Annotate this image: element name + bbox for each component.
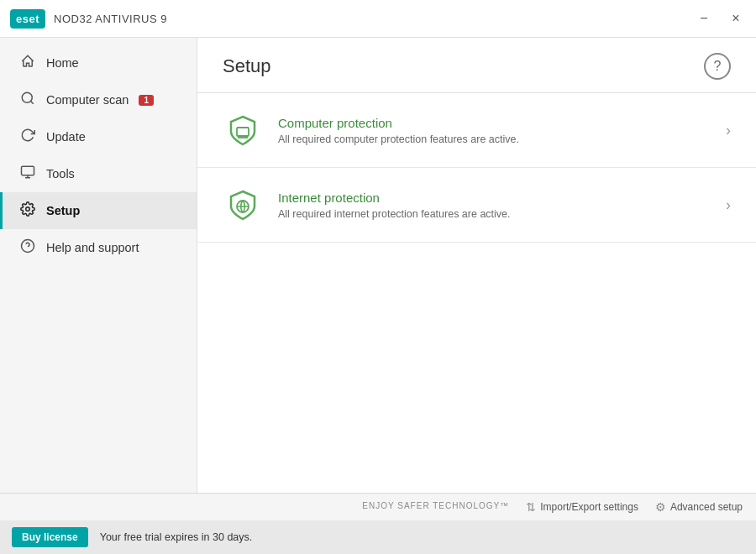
titlebar-controls: − × [694, 8, 746, 29]
advanced-setup-icon: ⚙ [655, 500, 666, 514]
help-icon [19, 238, 36, 257]
app-title: NOD32 ANTIVIRUS 9 [54, 13, 167, 25]
svg-rect-2 [22, 166, 34, 175]
computer-protection-chevron: › [726, 122, 731, 139]
sidebar-item-update-label: Update [46, 130, 86, 144]
app-logo: eset NOD32 ANTIVIRUS 9 [10, 9, 167, 29]
trial-text: Your free trial expires in 30 days. [100, 531, 253, 543]
computer-protection-text: Computer protection All required compute… [278, 116, 717, 145]
eset-logo-text: eset [10, 9, 45, 29]
internet-protection-chevron: › [726, 196, 731, 214]
setup-icon [19, 201, 36, 220]
sidebar-item-setup-label: Setup [46, 204, 80, 217]
internet-protection-shield-icon [226, 188, 260, 222]
internet-protection-title: Internet protection [278, 191, 717, 205]
sidebar-item-tools[interactable]: Tools [0, 155, 197, 192]
footer-top: ENJOY SAFER TECHNOLOGY™ ⇅ Import/Export … [0, 494, 756, 520]
scan-badge: 1 [139, 95, 154, 106]
content-header: Setup ? [197, 38, 756, 93]
minimize-button[interactable]: − [694, 8, 714, 29]
svg-rect-8 [237, 128, 249, 136]
computer-protection-desc: All required computer protection feature… [278, 133, 717, 145]
sidebar-item-setup[interactable]: Setup [0, 192, 197, 229]
help-circle-button[interactable]: ? [704, 53, 731, 80]
advanced-setup-link[interactable]: ⚙ Advanced setup [655, 500, 743, 514]
update-icon [19, 128, 36, 146]
page-title: Setup [223, 55, 704, 77]
sidebar-item-help-and-support[interactable]: Help and support [0, 229, 197, 266]
sidebar-item-tools-label: Tools [46, 167, 75, 180]
internet-protection-icon-wrap [223, 185, 263, 225]
scan-icon [19, 91, 36, 109]
footer-bottom: Buy license Your free trial expires in 3… [0, 520, 756, 554]
advanced-setup-label: Advanced setup [670, 501, 743, 513]
svg-point-0 [22, 92, 32, 102]
computer-protection-item[interactable]: Computer protection All required compute… [197, 93, 756, 168]
content-area: Setup ? Computer protection All re [197, 38, 756, 493]
home-icon [19, 54, 36, 72]
footer: ENJOY SAFER TECHNOLOGY™ ⇅ Import/Export … [0, 493, 756, 554]
sidebar-item-computer-scan[interactable]: Computer scan 1 [0, 81, 197, 118]
internet-protection-item[interactable]: Internet protection All required interne… [197, 168, 756, 243]
close-button[interactable]: × [726, 8, 746, 29]
sidebar-item-update[interactable]: Update [0, 118, 197, 155]
main-layout: Home Computer scan 1 Update Tools [0, 38, 756, 493]
tools-icon [19, 165, 36, 183]
sidebar-item-home-label: Home [46, 56, 79, 70]
import-export-icon: ⇅ [526, 500, 536, 514]
import-export-link[interactable]: ⇅ Import/Export settings [526, 500, 638, 514]
footer-brand: ENJOY SAFER TECHNOLOGY™ [349, 501, 509, 514]
content-body: Computer protection All required compute… [197, 93, 756, 493]
svg-line-1 [30, 101, 33, 103]
titlebar: eset NOD32 ANTIVIRUS 9 − × [0, 0, 756, 38]
internet-protection-desc: All required internet protection feature… [278, 208, 717, 220]
svg-point-5 [26, 207, 30, 212]
sidebar-item-computer-scan-label: Computer scan [46, 93, 129, 107]
internet-protection-text: Internet protection All required interne… [278, 191, 717, 220]
computer-protection-shield-icon [226, 113, 260, 147]
computer-protection-icon-wrap [223, 110, 263, 150]
sidebar: Home Computer scan 1 Update Tools [0, 38, 197, 493]
sidebar-item-help-label: Help and support [46, 241, 139, 254]
computer-protection-title: Computer protection [278, 116, 717, 130]
import-export-label: Import/Export settings [540, 501, 638, 513]
sidebar-item-home[interactable]: Home [0, 44, 197, 81]
buy-license-button[interactable]: Buy license [12, 527, 88, 547]
